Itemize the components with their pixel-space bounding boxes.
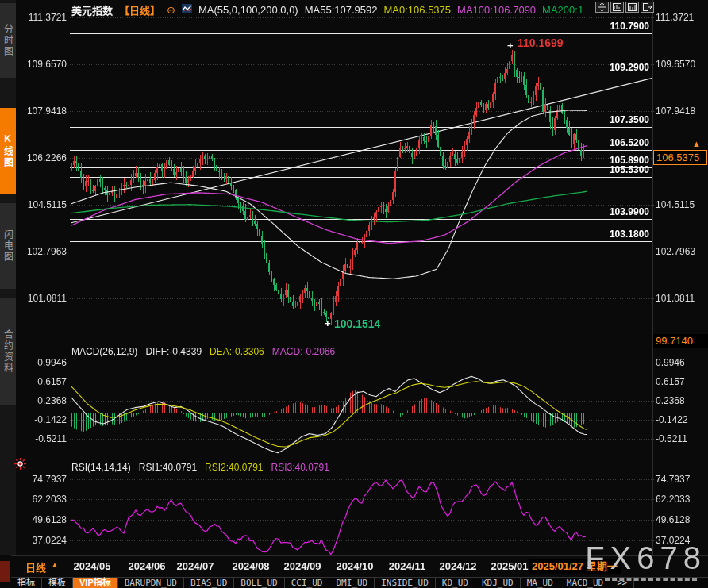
toolbar-item-模板[interactable]: 模板 bbox=[42, 578, 73, 588]
fx678-watermark: FX678 bbox=[585, 541, 706, 575]
rsi2-value: RSI2:40.0791 bbox=[205, 462, 263, 473]
y-axis-tick-left: 37.0224 bbox=[17, 535, 67, 546]
level-line-label: 109.2900 bbox=[548, 62, 649, 73]
y-axis-tick-left: 101.0811 bbox=[17, 293, 67, 304]
window-tool-icons bbox=[595, 2, 654, 13]
ma55-value: MA55:107.9592 bbox=[305, 4, 378, 16]
period-selector[interactable]: 日线 bbox=[25, 559, 46, 575]
corner-icon bbox=[0, 561, 10, 582]
level-line-label: 107.3500 bbox=[548, 114, 649, 125]
y-axis-tick-right: -0.5211 bbox=[656, 433, 706, 444]
macd-macd-value: MACD:-0.2066 bbox=[272, 346, 335, 357]
level-line-label: 105.5300 bbox=[548, 164, 649, 175]
period-dropdown-icon[interactable]: ▲ bbox=[51, 560, 59, 569]
add-overlay-icon[interactable]: ⊕ bbox=[167, 4, 175, 16]
rsi-name: RSI(14,14,14) bbox=[71, 462, 131, 473]
y-axis-tick-right: 102.7963 bbox=[656, 246, 706, 257]
toolbar-item-KD_UD[interactable]: KD_UD bbox=[436, 578, 475, 588]
y-axis-tick-right: 109.6570 bbox=[656, 59, 706, 70]
low-cross-marker: + bbox=[325, 317, 331, 329]
y-axis-tick-left: 0.9946 bbox=[17, 357, 67, 368]
y-axis-tick-right: 74.7937 bbox=[656, 474, 706, 485]
rsi1-value: RSI1:40.0791 bbox=[139, 462, 197, 473]
pan-tool-icon[interactable] bbox=[595, 2, 609, 13]
bottom-level-box: 99.7140 bbox=[653, 334, 708, 348]
toolbar-item-MA_UD[interactable]: MA_UD bbox=[521, 578, 560, 588]
toolbar-item-CCI_UD[interactable]: CCI_UD bbox=[285, 578, 330, 588]
chart-style-icon[interactable] bbox=[182, 4, 192, 16]
toolbar-item-KDJ_UD[interactable]: KDJ_UD bbox=[475, 578, 521, 588]
y-axis-tick-left: -0.5211 bbox=[17, 433, 67, 444]
symbol-title: 美元指数 bbox=[71, 2, 113, 17]
x-axis-month-label: 2024/11 bbox=[389, 560, 425, 572]
y-axis-tick-left: 0.6157 bbox=[17, 376, 67, 387]
y-axis-tick-right: 0.9946 bbox=[656, 357, 706, 368]
high-price-annotation: 110.1699 bbox=[518, 37, 564, 49]
ma200-value: MA200:1 bbox=[542, 4, 583, 16]
y-axis-tick-right: -0.1422 bbox=[656, 414, 706, 425]
y-axis-tick-right: 49.6128 bbox=[656, 514, 706, 525]
macd-name: MACD(26,12,9) bbox=[71, 346, 137, 357]
add-indicator-panel2-icon[interactable] bbox=[625, 2, 639, 13]
toolbar-item-MACD_UD[interactable]: MACD_UD bbox=[560, 578, 610, 588]
rsi3-value: RSI3:40.0791 bbox=[271, 462, 329, 473]
sidebar: 分时图K线图闪电图合约资料 bbox=[0, 0, 16, 555]
y-axis-tick-left: 111.3721 bbox=[17, 12, 67, 23]
chart-app: 111.3721111.3721109.6570109.6570107.9418… bbox=[0, 0, 708, 588]
macd-diff-value: DIFF:-0.4339 bbox=[145, 346, 202, 357]
y-axis-tick-left: 102.7963 bbox=[17, 246, 67, 257]
period-tag: 【日线】 bbox=[119, 2, 160, 17]
toolbar-item-BIAS_UD[interactable]: BIAS_UD bbox=[184, 578, 234, 588]
sidebar-tab-2[interactable]: 闪电图 bbox=[0, 203, 16, 289]
level-line-label: 103.1800 bbox=[548, 229, 649, 240]
detach-window-icon[interactable] bbox=[641, 2, 654, 13]
y-axis-tick-right: 107.9418 bbox=[656, 106, 706, 117]
high-cross-marker: + bbox=[507, 40, 514, 52]
y-axis-tick-right: 0.6157 bbox=[656, 376, 706, 387]
x-axis-month-label: 2024/07 bbox=[177, 560, 214, 572]
sidebar-tab-0[interactable]: 分时图 bbox=[0, 3, 16, 78]
toolbar-item-VIP指标[interactable]: VIP指标 bbox=[73, 578, 118, 588]
y-axis-tick-left: -0.1422 bbox=[17, 414, 67, 425]
y-axis-tick-left: 0.2368 bbox=[17, 395, 67, 406]
toolbar-item-指标[interactable]: 指标 bbox=[11, 578, 42, 588]
price-up-arrow-icon: ▲ bbox=[692, 139, 701, 148]
macd-dea-value: DEA:-0.3306 bbox=[210, 346, 264, 357]
sidebar-tab-3[interactable]: 合约资料 bbox=[0, 298, 16, 405]
rsi-header: RSI(14,14,14) RSI1:40.0791 RSI2:40.0791 … bbox=[71, 462, 329, 473]
ma-settings-label: MA(55,0,100,200,0,0) bbox=[198, 4, 298, 16]
y-axis-tick-right: 62.2033 bbox=[656, 494, 706, 505]
y-axis-tick-left: 109.6570 bbox=[17, 59, 67, 70]
bottom-toolbar: 指标模板VIP指标BARUPDN_UDBIAS_UDBOLL_UDCCI_UDD… bbox=[11, 577, 708, 588]
labels-overlay: 111.3721111.3721109.6570109.6570107.9418… bbox=[0, 0, 708, 588]
x-axis-month-label: 2024/12 bbox=[440, 560, 477, 572]
toolbar-item-INSIDE_UD[interactable]: INSIDE_UD bbox=[375, 578, 436, 588]
toolbar-item-BOLL_UD[interactable]: BOLL_UD bbox=[234, 578, 284, 588]
y-axis-tick-left: 62.2033 bbox=[17, 494, 67, 505]
x-axis-month-label: 2024/10 bbox=[337, 560, 374, 572]
y-axis-tick-right: 104.5115 bbox=[656, 199, 706, 210]
x-axis-month-label: 2024/05 bbox=[74, 560, 111, 572]
x-axis-month-label: 2025/01 bbox=[491, 560, 529, 572]
y-axis-tick-right: 111.3721 bbox=[656, 12, 706, 23]
y-axis-tick-left: 74.7937 bbox=[17, 474, 67, 485]
level-line-label: 110.7900 bbox=[548, 21, 649, 32]
low-price-annotation: 100.1514 bbox=[334, 317, 380, 330]
alert-starburst-icon[interactable] bbox=[14, 458, 26, 473]
y-axis-tick-right: 0.2368 bbox=[656, 395, 706, 406]
watermark-dashes bbox=[605, 578, 697, 581]
y-axis-tick-left: 49.6128 bbox=[17, 514, 67, 525]
level-line-label: 103.9900 bbox=[548, 206, 649, 217]
toolbar-item-BARUPDN_UD[interactable]: BARUPDN_UD bbox=[118, 578, 184, 588]
y-axis-tick-left: 106.2266 bbox=[17, 152, 67, 163]
chart-header: 美元指数 【日线】 ⊕ MA(55,0,100,200,0,0) MA55:10… bbox=[71, 2, 583, 17]
x-axis-month-label: 2024/08 bbox=[233, 560, 270, 572]
y-axis-tick-left: 104.5115 bbox=[17, 199, 67, 210]
add-indicator-panel-icon[interactable] bbox=[610, 2, 624, 13]
ma100-value: MA100:106.7090 bbox=[457, 4, 536, 16]
toolbar-item-DMI_UD[interactable]: DMI_UD bbox=[329, 578, 375, 588]
x-axis-month-label: 2024/09 bbox=[284, 560, 321, 572]
sidebar-tab-1[interactable]: K线图 bbox=[0, 108, 16, 194]
level-line-label: 106.5200 bbox=[548, 137, 649, 148]
x-axis-month-label: 2024/06 bbox=[129, 560, 166, 572]
